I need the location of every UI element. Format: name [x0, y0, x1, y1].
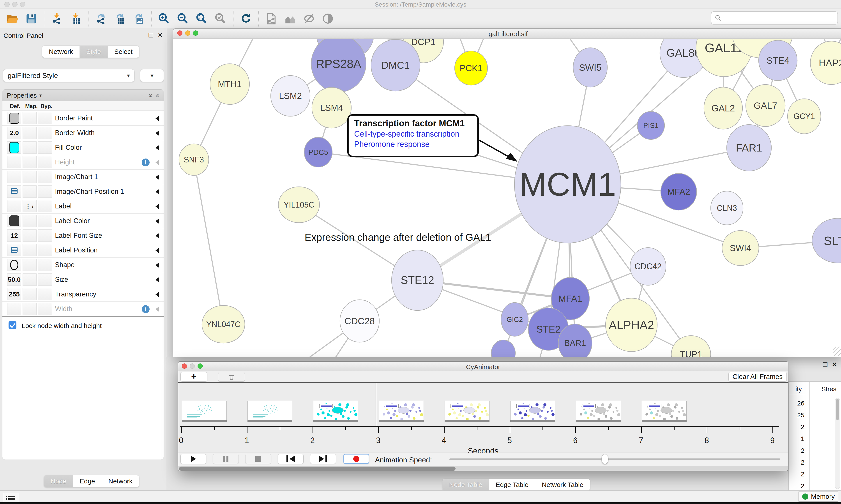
table-col-header[interactable]: ity: [795, 385, 802, 393]
tab-network[interactable]: Network: [102, 475, 139, 487]
memory-button[interactable]: Memory: [799, 491, 838, 502]
float-panel-icon[interactable]: □: [148, 31, 153, 39]
network-file-icon[interactable]: [265, 12, 278, 25]
expand-arrow-icon[interactable]: [156, 189, 159, 195]
hscrollbar-thumb[interactable]: [179, 467, 455, 471]
mapping-cell[interactable]: [22, 303, 37, 315]
save-session-icon[interactable]: [24, 12, 38, 25]
default-cell[interactable]: [7, 303, 21, 315]
import-table-icon[interactable]: [69, 12, 82, 25]
mapping-cell[interactable]: ⋮›: [22, 200, 37, 212]
info-icon[interactable]: i: [142, 159, 149, 166]
timeline-frame-4[interactable]: [445, 401, 489, 420]
table-cell-value[interactable]: 2: [790, 459, 804, 466]
clear-all-frames-button[interactable]: Clear All Frames: [729, 372, 787, 382]
bypass-cell[interactable]: [38, 141, 52, 154]
mapping-cell[interactable]: [22, 273, 37, 286]
table-cell-value[interactable]: 26: [790, 399, 804, 407]
stop-button[interactable]: [245, 454, 271, 464]
table-cell-value[interactable]: 2: [790, 447, 804, 454]
scrollbar-thumb[interactable]: [836, 399, 839, 420]
bypass-cell[interactable]: [38, 171, 52, 183]
property-row-fill-color[interactable]: Fill Color: [2, 140, 164, 155]
export-network-icon[interactable]: [94, 12, 108, 25]
expand-arrow-icon[interactable]: [156, 306, 159, 312]
property-row-border-width[interactable]: 2.0Border Width: [2, 126, 164, 140]
timeline-frame-6[interactable]: [576, 401, 621, 420]
property-row-size[interactable]: 50.0Size: [2, 272, 164, 287]
bypass-cell[interactable]: [38, 259, 52, 271]
default-cell[interactable]: 2.0: [7, 127, 21, 139]
annotation-link[interactable]: Cell-type-specific transcription: [354, 129, 476, 139]
table-col-header[interactable]: Stres: [822, 385, 836, 393]
timeline-frame-0[interactable]: [182, 401, 227, 420]
expand-arrow-icon[interactable]: [156, 160, 159, 165]
zoom-in-icon[interactable]: [157, 12, 171, 25]
zoom-selected-icon[interactable]: [214, 12, 227, 25]
table-cell-value[interactable]: 1: [790, 435, 804, 443]
mapping-cell[interactable]: [22, 141, 37, 154]
skip-end-button[interactable]: [310, 454, 336, 464]
expand-arrow-icon[interactable]: [156, 174, 159, 180]
mapping-cell[interactable]: [22, 215, 37, 227]
default-cell[interactable]: 12: [7, 230, 21, 242]
pause-button[interactable]: [213, 454, 239, 464]
play-button[interactable]: [180, 454, 206, 464]
network-canvas[interactable]: RPS28BDCP1RPS28ADMC1PCK1SWI5GAL80GAL11ST…: [173, 39, 841, 357]
zoom-out-icon[interactable]: [176, 12, 190, 25]
default-cell[interactable]: [7, 171, 21, 183]
expand-arrow-icon[interactable]: [156, 218, 159, 224]
timeline[interactable]: 0123456789 Seconds: [178, 383, 788, 453]
expand-arrow-icon[interactable]: [156, 233, 159, 239]
contrast-icon[interactable]: [321, 12, 335, 25]
bypass-cell[interactable]: [38, 200, 52, 212]
properties-header[interactable]: Properties ▾ » »: [2, 90, 164, 101]
mapping-cell[interactable]: [22, 185, 37, 198]
mapping-cell[interactable]: [22, 171, 37, 183]
expand-arrow-icon[interactable]: [156, 130, 159, 136]
default-cell[interactable]: [7, 141, 21, 154]
table-cell-value[interactable]: 2: [790, 423, 804, 431]
property-row-shape[interactable]: Shape: [2, 258, 164, 272]
default-cell[interactable]: [7, 259, 21, 271]
table-cell-value[interactable]: 25: [790, 411, 804, 419]
bypass-cell[interactable]: [38, 185, 52, 198]
network-edge[interactable]: [194, 160, 223, 324]
timeline-frame-5[interactable]: [510, 401, 555, 420]
float-panel-icon[interactable]: □: [823, 360, 827, 368]
expand-arrow-icon[interactable]: [156, 145, 159, 151]
bypass-cell[interactable]: [38, 215, 52, 227]
property-row-width[interactable]: Widthi: [2, 302, 164, 317]
property-row-image-chart-1[interactable]: Image/Chart 1: [2, 170, 164, 184]
tab-network-table[interactable]: Network Table: [535, 479, 590, 491]
timeline-hscrollbar[interactable]: [178, 466, 788, 471]
expand-arrow-icon[interactable]: [156, 115, 159, 121]
tab-node-table[interactable]: Node Table: [443, 479, 489, 491]
refresh-layout-icon[interactable]: [239, 12, 253, 25]
task-history-button[interactable]: [3, 493, 19, 502]
resize-grip[interactable]: [833, 346, 841, 356]
playhead[interactable]: [376, 383, 376, 426]
expand-arrow-icon[interactable]: [156, 277, 159, 283]
close-panel-icon[interactable]: ×: [158, 31, 162, 39]
info-icon[interactable]: i: [142, 305, 149, 313]
hide-panel-icon[interactable]: [302, 12, 316, 25]
close-panel-icon[interactable]: ×: [832, 360, 837, 368]
property-row-label-position[interactable]: Label Position: [2, 243, 164, 258]
style-options-button[interactable]: ▾: [140, 69, 164, 82]
property-row-transparency[interactable]: 255Transparency: [2, 287, 164, 302]
delete-frame-button[interactable]: [218, 372, 245, 382]
add-frame-button[interactable]: +: [180, 372, 207, 382]
bypass-cell[interactable]: [38, 127, 52, 139]
import-network-icon[interactable]: [50, 12, 64, 25]
default-cell[interactable]: [7, 200, 21, 212]
bypass-cell[interactable]: [38, 303, 52, 315]
property-row-label-color[interactable]: Label Color: [2, 214, 164, 228]
tab-network[interactable]: Network: [42, 46, 79, 58]
tab-node[interactable]: Node: [44, 475, 73, 487]
style-selector[interactable]: galFiltered Style ▾: [3, 69, 135, 82]
table-cell-value[interactable]: 2: [790, 470, 804, 478]
tab-select[interactable]: Select: [108, 46, 139, 58]
mapping-cell[interactable]: [22, 259, 37, 271]
skip-start-button[interactable]: [278, 454, 304, 464]
